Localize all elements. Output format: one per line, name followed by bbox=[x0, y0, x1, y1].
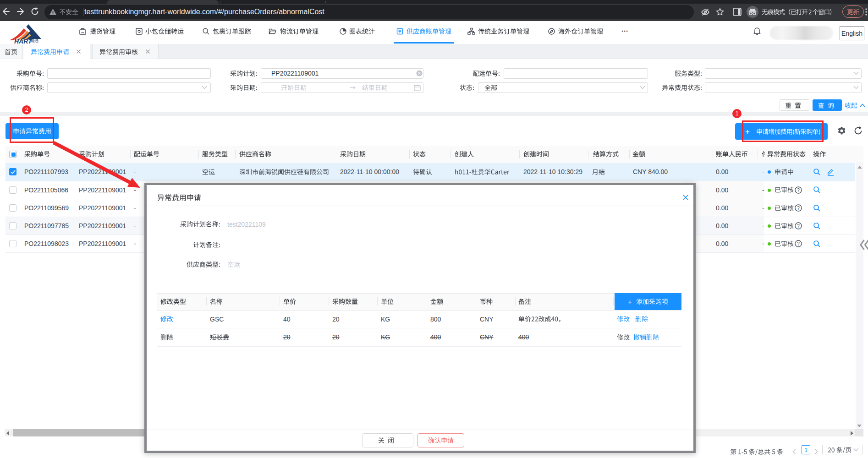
svg-text:?: ? bbox=[797, 206, 800, 211]
svg-text:?: ? bbox=[797, 187, 800, 192]
svg-text:?: ? bbox=[797, 241, 800, 246]
svg-text:?: ? bbox=[797, 224, 800, 229]
